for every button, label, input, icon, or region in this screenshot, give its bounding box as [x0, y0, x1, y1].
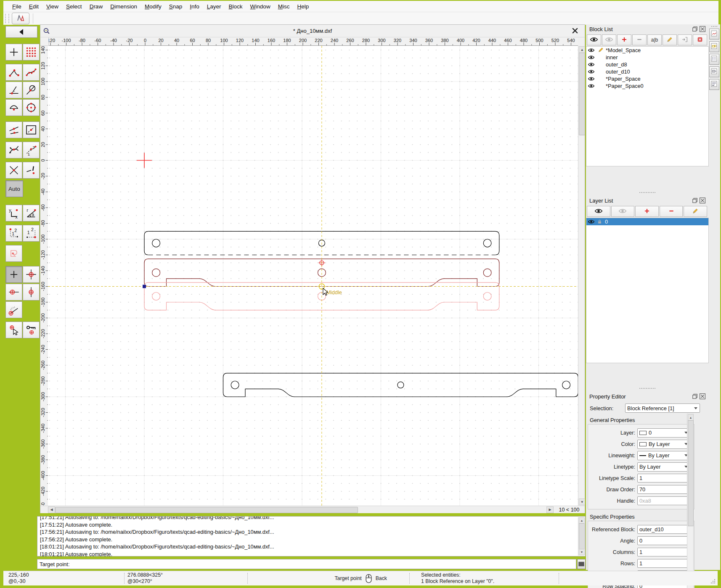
- restrict-horizontal-button[interactable]: [5, 284, 22, 301]
- eye-icon[interactable]: [586, 48, 596, 53]
- block-row-outer_d10[interactable]: outer_d10: [586, 68, 708, 75]
- close-panel-icon[interactable]: [700, 393, 705, 399]
- menu-layer[interactable]: Layer: [203, 3, 225, 11]
- prop-color-combo[interactable]: By Layer: [637, 440, 690, 449]
- snap-exclude-button[interactable]: [23, 162, 40, 179]
- prop-angle-input[interactable]: 0: [637, 536, 690, 545]
- snap-perpendicular-button[interactable]: [5, 82, 22, 98]
- toolbar-drag-handle[interactable]: [5, 14, 9, 23]
- snap-intersection-manual-button[interactable]: 12: [23, 142, 40, 158]
- panel-list-toggle-button[interactable]: [709, 54, 719, 65]
- restrict-orthogonal-button[interactable]: [23, 266, 40, 283]
- snap-grid-button[interactable]: [23, 44, 40, 61]
- eye-icon[interactable]: [586, 76, 596, 81]
- drawing-canvas[interactable]: Middle: [48, 46, 578, 506]
- menu-help[interactable]: Help: [293, 3, 313, 11]
- eye-button[interactable]: [587, 34, 601, 45]
- prop-linetypescale-input[interactable]: 1: [637, 474, 690, 483]
- menu-select[interactable]: Select: [62, 3, 86, 11]
- coord-polar-button[interactable]: ra: [23, 205, 40, 221]
- restrict-off-button[interactable]: [5, 266, 22, 283]
- toggle-command-widget-button[interactable]: [577, 559, 586, 569]
- block-row-inner[interactable]: inner: [586, 54, 708, 61]
- snap-middle-button[interactable]: [5, 121, 22, 138]
- eye-icon[interactable]: [586, 219, 596, 224]
- panel-layer-toggle-button[interactable]: [709, 41, 719, 52]
- menu-edit[interactable]: Edit: [25, 3, 42, 11]
- eye-off-button[interactable]: [602, 34, 616, 45]
- property-scrollbar[interactable]: ▲ ▼: [687, 414, 694, 588]
- app-tool-button[interactable]: [12, 13, 29, 24]
- horizontal-scroll-thumb[interactable]: [55, 507, 358, 513]
- prop-layer-combo[interactable]: 0: [637, 428, 690, 438]
- eye-icon[interactable]: [586, 62, 596, 67]
- menu-misc[interactable]: Misc: [274, 3, 294, 11]
- eye-off-button[interactable]: [611, 206, 635, 217]
- plus-red-button[interactable]: [617, 34, 631, 45]
- back-arrow-button[interactable]: [5, 26, 37, 38]
- block-row-model_space[interactable]: *Model_Space: [586, 47, 708, 54]
- panel-tag-toggle-button[interactable]: [709, 66, 719, 77]
- block-row-outer_d8[interactable]: outer_d8: [586, 61, 708, 68]
- selection-combo[interactable]: Block Reference [1]: [625, 403, 700, 413]
- eye-icon[interactable]: [586, 55, 596, 60]
- menu-file[interactable]: File: [8, 3, 25, 11]
- float-panel-icon[interactable]: [692, 26, 698, 32]
- prop-rows-input[interactable]: 1: [637, 559, 690, 568]
- snap-cross-button[interactable]: [5, 162, 22, 179]
- snap-angle-button[interactable]: [5, 301, 22, 318]
- minus-red-button[interactable]: [660, 206, 683, 217]
- prop-handle-input[interactable]: 0xa8: [637, 496, 690, 505]
- coord-relative-cartesian-button[interactable]: 12: [5, 225, 22, 242]
- pencil-button[interactable]: [684, 206, 707, 217]
- lock-icon[interactable]: [596, 219, 603, 224]
- close-panel-icon[interactable]: [700, 198, 705, 203]
- ab-button[interactable]: a|b: [647, 34, 662, 45]
- menu-window[interactable]: Window: [247, 3, 274, 11]
- menu-info[interactable]: Info: [186, 3, 203, 11]
- door-button[interactable]: [678, 34, 692, 45]
- snap-tangential-button[interactable]: [23, 82, 40, 98]
- menu-block[interactable]: Block: [225, 3, 247, 11]
- scroll-down-icon[interactable]: ▼: [579, 549, 585, 555]
- vertical-scroll-thumb[interactable]: [579, 53, 585, 135]
- scroll-right-icon[interactable]: ▶: [546, 506, 554, 513]
- menu-snap[interactable]: Snap: [165, 3, 186, 11]
- block-row-paper_space[interactable]: *Paper_Space: [586, 75, 708, 82]
- horizontal-scrollbar[interactable]: ◀ ▶ 10 < 100: [40, 506, 585, 513]
- dock-splitter[interactable]: [586, 190, 709, 195]
- snap-intersection-button[interactable]: [5, 142, 22, 158]
- menu-view[interactable]: View: [42, 3, 62, 11]
- key-position-button[interactable]: [23, 322, 40, 338]
- layer-row-0[interactable]: 0: [586, 218, 708, 225]
- coord-relative-polar-button[interactable]: 12: [23, 225, 40, 242]
- snap-reference-button[interactable]: [23, 99, 40, 116]
- snap-free-button[interactable]: [5, 44, 22, 61]
- prop-draworder-input[interactable]: 70: [637, 485, 690, 494]
- scroll-left-icon[interactable]: ◀: [48, 506, 55, 513]
- snap-middle-manual-button[interactable]: [23, 121, 40, 138]
- float-panel-icon[interactable]: [692, 198, 698, 203]
- coord-display-button[interactable]: [5, 245, 22, 262]
- prop-lineweight-combo[interactable]: By Layer: [637, 451, 690, 460]
- vertical-scrollbar[interactable]: ▲ ▼: [578, 46, 585, 506]
- minus-gray-button[interactable]: [632, 34, 647, 45]
- snap-endpoints-button[interactable]: [5, 64, 22, 81]
- command-history[interactable]: [17:51:21] Autosaving to: /home/nailxx/D…: [37, 516, 586, 556]
- prop-linetype-combo[interactable]: By Layer: [637, 462, 690, 472]
- close-panel-icon[interactable]: [700, 26, 705, 32]
- scroll-down-icon[interactable]: ▼: [579, 498, 585, 505]
- eye-button[interactable]: [587, 206, 610, 217]
- menu-dimension[interactable]: Dimension: [106, 3, 141, 11]
- plus-red-button[interactable]: [635, 206, 659, 217]
- log-scrollbar[interactable]: ▲ ▼: [578, 517, 585, 556]
- scroll-up-icon[interactable]: ▲: [688, 414, 694, 421]
- restrict-vertical-button[interactable]: [23, 284, 40, 301]
- prop-referencedblock-input[interactable]: outer_d10: [637, 525, 690, 534]
- scroll-up-icon[interactable]: ▲: [579, 46, 585, 53]
- eye-icon[interactable]: [586, 84, 596, 88]
- resize-grip[interactable]: [710, 578, 716, 584]
- snap-auto-button[interactable]: Auto: [5, 180, 23, 197]
- command-input[interactable]: Target point:: [37, 559, 576, 569]
- pencil-button[interactable]: [663, 34, 677, 45]
